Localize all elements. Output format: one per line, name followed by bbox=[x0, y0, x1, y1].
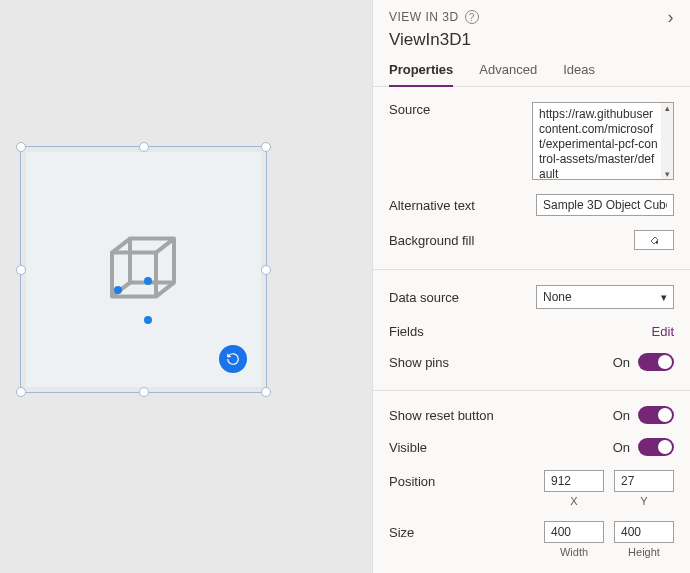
size-label: Size bbox=[389, 521, 544, 540]
resize-handle[interactable] bbox=[261, 265, 271, 275]
visible-value: On bbox=[613, 440, 630, 455]
tab-properties[interactable]: Properties bbox=[389, 62, 453, 87]
resize-handle[interactable] bbox=[261, 387, 271, 397]
width-label: Width bbox=[560, 546, 588, 558]
pin-dot[interactable] bbox=[114, 286, 122, 294]
show-reset-value: On bbox=[613, 408, 630, 423]
show-pins-label: Show pins bbox=[389, 355, 613, 370]
show-pins-toggle[interactable] bbox=[638, 353, 674, 371]
svg-line-5 bbox=[156, 282, 174, 296]
show-reset-label: Show reset button bbox=[389, 408, 613, 423]
background-fill-label: Background fill bbox=[389, 233, 634, 248]
pin-dot[interactable] bbox=[144, 316, 152, 324]
collapse-chevron-icon[interactable]: › bbox=[668, 10, 675, 24]
resize-handle[interactable] bbox=[16, 387, 26, 397]
show-reset-toggle[interactable] bbox=[638, 406, 674, 424]
data-source-select[interactable]: None ▾ bbox=[536, 285, 674, 309]
data-source-value: None bbox=[543, 290, 572, 304]
help-icon[interactable]: ? bbox=[465, 10, 479, 24]
reset-view-button[interactable] bbox=[219, 345, 247, 373]
size-height-input[interactable] bbox=[614, 521, 674, 543]
visible-label: Visible bbox=[389, 440, 613, 455]
x-label: X bbox=[570, 495, 577, 507]
control-surface[interactable] bbox=[26, 152, 261, 387]
data-source-label: Data source bbox=[389, 290, 536, 305]
position-y-input[interactable] bbox=[614, 470, 674, 492]
alt-text-input[interactable] bbox=[536, 194, 674, 216]
reset-icon bbox=[226, 352, 240, 366]
position-label: Position bbox=[389, 470, 544, 489]
y-label: Y bbox=[640, 495, 647, 507]
fields-label: Fields bbox=[389, 324, 652, 339]
paint-bucket-icon bbox=[647, 234, 661, 246]
resize-handle[interactable] bbox=[139, 387, 149, 397]
chevron-down-icon: ▾ bbox=[661, 291, 667, 304]
svg-line-2 bbox=[112, 238, 130, 252]
properties-list: Source https://raw.githubusercontent.com… bbox=[373, 87, 690, 573]
canvas-area[interactable] bbox=[0, 0, 372, 573]
tab-advanced[interactable]: Advanced bbox=[479, 62, 537, 86]
control-type-row: VIEW IN 3D ? › bbox=[389, 10, 674, 24]
height-label: Height bbox=[628, 546, 660, 558]
tab-ideas[interactable]: Ideas bbox=[563, 62, 595, 86]
control-name: ViewIn3D1 bbox=[389, 30, 674, 50]
resize-handle[interactable] bbox=[16, 265, 26, 275]
scrollbar[interactable]: ▴▾ bbox=[661, 103, 673, 179]
tabs: Properties Advanced Ideas bbox=[373, 50, 690, 87]
background-fill-picker[interactable] bbox=[634, 230, 674, 250]
source-input[interactable]: https://raw.githubusercontent.com/micros… bbox=[532, 102, 674, 180]
fields-edit-link[interactable]: Edit bbox=[652, 324, 674, 339]
view-in-3d-control[interactable] bbox=[20, 146, 267, 393]
size-width-input[interactable] bbox=[544, 521, 604, 543]
source-label: Source bbox=[389, 102, 532, 117]
alt-text-label: Alternative text bbox=[389, 198, 536, 213]
visible-toggle[interactable] bbox=[638, 438, 674, 456]
control-type-label: VIEW IN 3D bbox=[389, 10, 459, 24]
svg-line-3 bbox=[156, 238, 174, 252]
pin-dot[interactable] bbox=[144, 277, 152, 285]
position-x-input[interactable] bbox=[544, 470, 604, 492]
properties-panel: VIEW IN 3D ? › ViewIn3D1 Properties Adva… bbox=[372, 0, 690, 573]
resize-handle[interactable] bbox=[16, 142, 26, 152]
show-pins-value: On bbox=[613, 355, 630, 370]
resize-handle[interactable] bbox=[139, 142, 149, 152]
resize-handle[interactable] bbox=[261, 142, 271, 152]
